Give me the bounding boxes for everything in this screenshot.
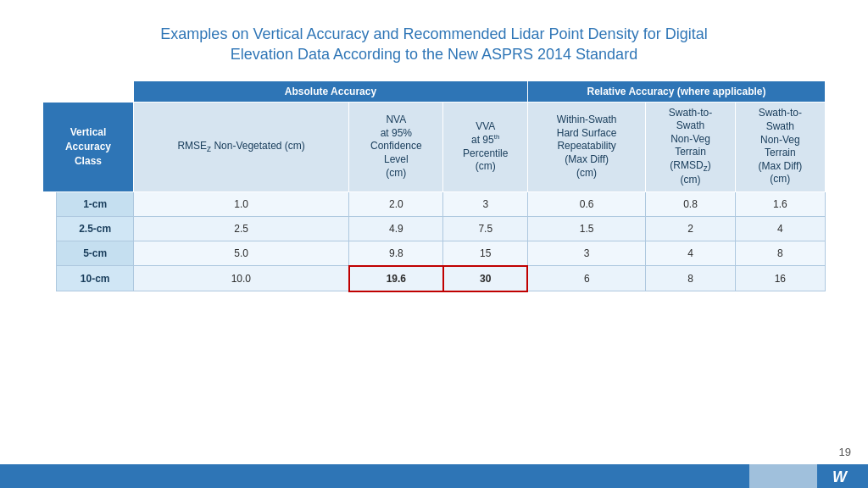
col-header-within-swath: Within-SwathHard SurfaceRepeatability(Ma… xyxy=(527,102,645,191)
table-row: 1-cm1.02.030.60.81.6 xyxy=(43,191,826,216)
col-header-nva: NVAat 95%ConfidenceLevel(cm) xyxy=(349,102,443,191)
col-header-rmse: RMSEz Non-Vegetated (cm) xyxy=(133,102,348,191)
cell-value: 0.6 xyxy=(527,191,645,216)
relative-accuracy-header: Relative Accuracy (where applicable) xyxy=(527,80,825,102)
cell-value: 7.5 xyxy=(443,216,528,241)
bottom-bar-accent xyxy=(749,464,817,488)
table-row: 5-cm5.09.815348 xyxy=(43,241,826,266)
row-empty-col xyxy=(43,191,57,216)
slide-container: Examples on Vertical Accuracy and Recomm… xyxy=(0,0,868,488)
cell-value: 1.5 xyxy=(527,216,645,241)
absolute-accuracy-header: Absolute Accuracy xyxy=(133,80,527,102)
row-empty-col xyxy=(43,216,57,241)
cell-value: 3 xyxy=(443,191,528,216)
cell-value: 10.0 xyxy=(133,266,348,291)
header-group-row: Absolute Accuracy Relative Accuracy (whe… xyxy=(43,80,826,102)
cell-value: 1.0 xyxy=(133,191,348,216)
cell-value: 0.8 xyxy=(646,191,735,216)
cell-value: 5.0 xyxy=(133,241,348,266)
cell-value: 16 xyxy=(735,266,825,291)
cell-value: 4 xyxy=(646,241,735,266)
cell-value: 4.9 xyxy=(349,216,443,241)
col-header-swath-rmsd: Swath-to-SwathNon-VegTerrain(RMSDz)(cm) xyxy=(646,102,735,191)
cell-value: 4 xyxy=(735,216,825,241)
corner-empty xyxy=(43,80,134,102)
cell-value: 2.5 xyxy=(133,216,348,241)
subheader-row: VerticalAccuracyClass RMSEz Non-Vegetate… xyxy=(43,102,826,191)
col-header-swath-maxdiff: Swath-to-SwathNon-VegTerrain(Max Diff)(c… xyxy=(735,102,825,191)
row-label: 1-cm xyxy=(57,191,134,216)
cell-value: 19.6 xyxy=(349,266,443,291)
row-empty-col xyxy=(43,266,57,291)
cell-value: 2.0 xyxy=(349,191,443,216)
cell-value: 15 xyxy=(443,241,528,266)
row-label: 5-cm xyxy=(57,241,134,266)
row-label: 10-cm xyxy=(57,266,134,291)
cell-value: 9.8 xyxy=(349,241,443,266)
page-number: 19 xyxy=(839,446,851,458)
vertical-accuracy-class-label: VerticalAccuracyClass xyxy=(43,102,134,191)
bottom-bar: W xyxy=(0,464,868,488)
cell-value: 1.6 xyxy=(735,191,825,216)
cell-value: 8 xyxy=(646,266,735,291)
slide-title: Examples on Vertical Accuracy and Recomm… xyxy=(42,24,826,65)
cell-value: 6 xyxy=(527,266,645,291)
table-row: 2.5-cm2.54.97.51.524 xyxy=(43,216,826,241)
accuracy-table: Absolute Accuracy Relative Accuracy (whe… xyxy=(42,80,826,292)
table-wrapper: Absolute Accuracy Relative Accuracy (whe… xyxy=(42,80,826,292)
cell-value: 3 xyxy=(527,241,645,266)
row-empty-col xyxy=(43,241,57,266)
row-label: 2.5-cm xyxy=(57,216,134,241)
cell-value: 2 xyxy=(646,216,735,241)
cell-value: 30 xyxy=(443,266,528,291)
svg-text:W: W xyxy=(832,469,849,485)
cell-value: 8 xyxy=(735,241,825,266)
table-body: 1-cm1.02.030.60.81.62.5-cm2.54.97.51.524… xyxy=(43,191,826,291)
col-header-vva: VVAat 95thPercentile(cm) xyxy=(443,102,528,191)
logo: W xyxy=(829,468,860,485)
table-row: 10-cm10.019.6306816 xyxy=(43,266,826,291)
